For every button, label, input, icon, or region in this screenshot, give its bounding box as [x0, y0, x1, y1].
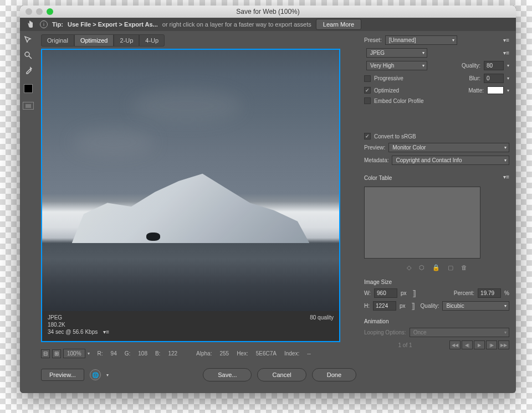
browser-preview-icon[interactable]: 🌐 [90, 369, 101, 380]
link-dimensions-icon[interactable]: ⟧ [410, 289, 418, 298]
blur-input[interactable] [484, 74, 504, 83]
hex-value: 5E6C7A [256, 350, 277, 357]
r-value: 94 [111, 350, 117, 357]
convert-srgb-checkbox[interactable] [364, 133, 371, 140]
save-button[interactable]: Save... [203, 368, 252, 381]
resample-select[interactable]: Bicubic [442, 301, 509, 311]
preview-quality: 80 quality [310, 314, 334, 321]
g-value: 108 [138, 350, 147, 357]
optimized-checkbox[interactable] [364, 87, 371, 94]
percent-input[interactable] [478, 288, 501, 298]
progressive-label: Progressive [374, 75, 403, 81]
play-button: ▶ [474, 340, 485, 349]
first-frame-button: ◀◀ [449, 340, 461, 349]
eyedropper-color-swatch[interactable] [24, 84, 33, 93]
zoom-chevron-icon[interactable]: ▾ [88, 351, 90, 356]
percent-symbol: % [504, 290, 509, 296]
index-value: -- [307, 350, 311, 357]
height-label: H: [364, 303, 370, 309]
blur-chevron-icon[interactable]: ▾ [507, 76, 509, 81]
browser-chevron-icon[interactable]: ▾ [106, 373, 109, 378]
svg-point-0 [25, 52, 29, 56]
done-button[interactable]: Done [312, 368, 356, 381]
animation-header: Animation [364, 318, 509, 324]
metadata-label: Metadata: [364, 157, 388, 163]
convert-srgb-label: Convert to sRGB [374, 133, 416, 140]
zoom-tool[interactable] [23, 50, 34, 61]
toggle-slices-button[interactable] [23, 102, 34, 110]
preview-format: JPEG [48, 314, 334, 321]
preview-image[interactable] [42, 50, 339, 311]
view-tabs: Original Optimized 2-Up 4-Up [41, 34, 356, 47]
frame-counter: 1 of 1 [398, 342, 412, 348]
tab-4up[interactable]: 4-Up [139, 34, 165, 47]
link-dimensions-icon-2[interactable]: ⟧ [409, 302, 417, 311]
zoom-level[interactable]: 100% [63, 349, 85, 358]
hand-tool-icon[interactable] [24, 19, 35, 30]
ct-diamond-icon[interactable]: ◇ [407, 264, 411, 271]
preset-flyout-icon[interactable]: ▾≡ [503, 37, 509, 43]
blur-label: Blur: [469, 75, 480, 81]
eyedropper-tool[interactable] [23, 65, 34, 76]
width-input[interactable] [374, 288, 397, 298]
format-flyout-icon[interactable]: ▾≡ [503, 50, 509, 56]
looping-select: Once [410, 328, 509, 337]
ct-lock-icon[interactable]: 🔒 [432, 264, 440, 271]
quality-label: Quality: [462, 63, 480, 69]
quality-preset-select[interactable]: Very High [366, 61, 427, 70]
cancel-button[interactable]: Cancel [257, 368, 306, 381]
embed-profile-checkbox[interactable] [364, 97, 371, 104]
zoom-out-button[interactable]: ⊟ [41, 349, 50, 358]
tab-2up[interactable]: 2-Up [114, 34, 139, 47]
slice-select-tool[interactable] [23, 34, 34, 45]
preview-frame: JPEG 180.2K 34 sec @ 56.6 Kbps ▾≡ 80 qua… [41, 49, 340, 342]
hex-label: Hex: [237, 350, 248, 357]
tool-strip [20, 31, 37, 393]
height-input[interactable] [373, 301, 396, 311]
preview-filesize: 180.2K [48, 322, 334, 328]
quality-chevron-icon[interactable]: ▾ [507, 63, 509, 68]
learn-more-button[interactable]: Learn More [316, 19, 361, 30]
preset-label: Preset: [364, 37, 382, 43]
quality-input[interactable] [484, 61, 504, 70]
next-frame-button: |▶ [486, 340, 497, 349]
progressive-checkbox[interactable] [364, 75, 371, 82]
preset-select[interactable]: [Unnamed] [385, 35, 457, 45]
matte-swatch[interactable] [487, 86, 504, 94]
zoom-in-button[interactable]: ⊞ [52, 349, 61, 358]
preview-color-select[interactable]: Monitor Color [388, 143, 509, 152]
index-label: Index: [284, 350, 299, 357]
optimized-label: Optimized [374, 87, 399, 94]
prev-frame-button: ◀| [462, 340, 473, 349]
ct-trash-icon[interactable]: 🗑 [461, 264, 467, 271]
matte-chevron-icon[interactable]: ▾ [507, 88, 509, 93]
b-label: B: [155, 350, 160, 357]
ct-new-icon[interactable]: ▢ [448, 264, 453, 271]
save-for-web-dialog: Save for Web (100%) i Tip: Use File > Ex… [20, 6, 516, 393]
preview-download-time: 34 sec @ 56.6 Kbps [48, 329, 98, 335]
preview-button[interactable]: Preview... [41, 369, 84, 381]
alpha-label: Alpha: [196, 350, 212, 357]
tip-label: Tip: [52, 21, 63, 28]
b-value: 122 [168, 350, 177, 357]
r-label: R: [98, 350, 103, 357]
resample-label: Quality: [421, 303, 439, 309]
preview-time-flyout-icon[interactable]: ▾≡ [103, 329, 109, 335]
metadata-select[interactable]: Copyright and Contact Info [392, 156, 509, 165]
window-title: Save for Web (100%) [20, 8, 516, 16]
embed-profile-label: Embed Color Profile [374, 98, 423, 104]
width-label: W: [364, 290, 371, 296]
settings-panel: Preset: [Unnamed] ▾≡ JPEG ▾≡ Very High Q… [361, 31, 516, 393]
height-px: px [400, 303, 406, 309]
tab-optimized[interactable]: Optimized [74, 34, 114, 47]
titlebar: Save for Web (100%) [20, 6, 516, 18]
ct-cube-icon[interactable]: ⬡ [419, 264, 424, 271]
format-select[interactable]: JPEG [366, 48, 427, 58]
tip-text: or right click on a layer for a faster w… [162, 21, 311, 28]
tip-bar: i Tip: Use File > Export > Export As... … [20, 18, 516, 31]
last-frame-button: ▶▶ [498, 340, 509, 349]
color-table-flyout-icon[interactable]: ▾≡ [503, 174, 509, 180]
preview-color-label: Preview: [364, 144, 385, 151]
tip-path: Use File > Export > Export As... [68, 21, 158, 28]
tab-original[interactable]: Original [41, 34, 74, 47]
